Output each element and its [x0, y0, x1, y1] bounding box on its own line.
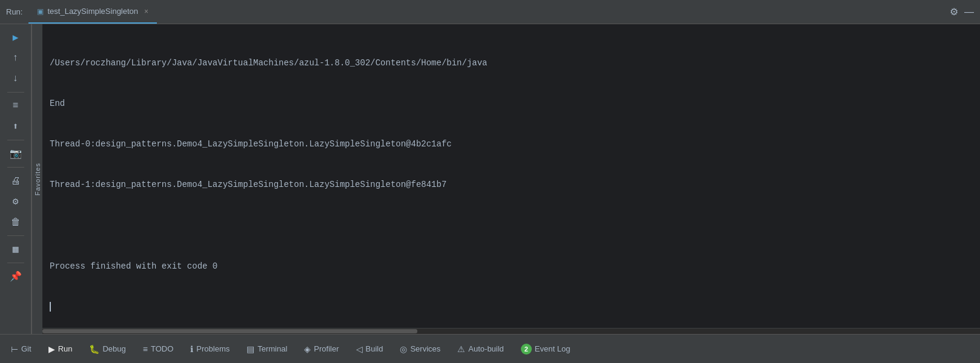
git-icon: ⊢	[11, 344, 18, 354]
debug-icon: 🐛	[89, 344, 99, 354]
tab-file-icon: ▣	[37, 7, 44, 16]
todo-label: TODO	[151, 344, 173, 353]
main-area: ▶ ↑ ↓ ≡ ⬆ 📷 🖨 ⚙ 🗑 ▦ 📌 Favorites /Users/r…	[0, 24, 980, 334]
favorites-label: Favorites	[34, 163, 41, 195]
toolbar-separator-4	[7, 235, 24, 236]
console-area[interactable]: /Users/roczhang/Library/Java/JavaVirtual…	[42, 24, 980, 334]
left-toolbar: ▶ ↑ ↓ ≡ ⬆ 📷 🖨 ⚙ 🗑 ▦ 📌	[0, 24, 31, 334]
services-button[interactable]: ◎ Services	[391, 341, 449, 358]
git-label: Git	[21, 344, 31, 353]
terminal-label: Terminal	[257, 344, 287, 353]
run-bottom-button[interactable]: ▶ Run	[40, 341, 81, 358]
toolbar-separator-1	[7, 92, 24, 93]
git-button[interactable]: ⊢ Git	[2, 341, 40, 358]
console-line-1: End	[50, 97, 973, 110]
problems-icon: ℹ	[190, 344, 193, 354]
console-line-4	[50, 218, 973, 232]
favorites-strip: Favorites	[31, 24, 42, 334]
services-icon: ◎	[400, 344, 407, 354]
toolbar-separator-2	[7, 140, 24, 140]
minimize-button[interactable]: —	[964, 7, 974, 18]
clear-button[interactable]: 🗑	[5, 212, 27, 232]
settings-button[interactable]: ⚙	[950, 6, 958, 18]
scroll-down-button[interactable]: ↓	[5, 69, 27, 88]
console-output: /Users/roczhang/Library/Java/JavaVirtual…	[42, 24, 980, 328]
run-toolbar: Run: ▣ test_LazySimpleSingleton × ⚙ —	[0, 0, 980, 24]
autobuild-icon: ⚠	[457, 344, 465, 354]
run-bottom-icon: ▶	[48, 344, 55, 354]
autobuild-label: Auto-build	[468, 344, 504, 353]
print-button[interactable]: 🖨	[5, 171, 27, 191]
debug-button[interactable]: 🐛 Debug	[81, 341, 134, 358]
console-line-0: /Users/roczhang/Library/Java/JavaVirtual…	[50, 56, 973, 70]
wrap-button[interactable]: ≡	[5, 96, 27, 116]
profiler-label: Profiler	[314, 344, 339, 353]
console-line-6	[50, 300, 973, 313]
tab-name: test_LazySimpleSingleton	[47, 7, 138, 16]
soft-wrap-button[interactable]: ⬆	[5, 117, 27, 136]
screenshot-button[interactable]: 📷	[5, 144, 27, 163]
cog-button[interactable]: ⚙	[5, 192, 27, 211]
event-log-button[interactable]: 2 Event Log	[512, 340, 579, 358]
run-bottom-label: Run	[58, 344, 73, 353]
services-label: Services	[410, 344, 440, 353]
scrollbar-thumb[interactable]	[42, 329, 417, 333]
build-icon: ◁	[356, 344, 363, 354]
scroll-up-button[interactable]: ↑	[5, 48, 27, 68]
problems-label: Problems	[196, 344, 230, 353]
console-scroll[interactable]: /Users/roczhang/Library/Java/JavaVirtual…	[42, 24, 980, 328]
todo-icon: ≡	[143, 344, 148, 354]
run-label: Run:	[0, 0, 28, 24]
bottom-bar: ⊢ Git ▶ Run 🐛 Debug ≡ TODO ℹ Problems ▤ …	[0, 334, 980, 363]
todo-button[interactable]: ≡ TODO	[134, 341, 182, 358]
top-bar-actions: ⚙ —	[944, 0, 980, 24]
autobuild-button[interactable]: ⚠ Auto-build	[449, 341, 512, 358]
tab-area: ▣ test_LazySimpleSingleton ×	[28, 0, 157, 24]
profiler-button[interactable]: ◈ Profiler	[296, 341, 347, 358]
problems-button[interactable]: ℹ Problems	[182, 341, 238, 358]
console-line-5: Process finished with exit code 0	[50, 260, 973, 273]
toolbar-separator-5	[7, 263, 24, 263]
terminal-button[interactable]: ▤ Terminal	[238, 341, 296, 358]
layout-button[interactable]: ▦	[5, 240, 27, 259]
tab-close-icon[interactable]: ×	[144, 7, 148, 16]
console-line-2: Thread-0:design_patterns.Demo4_LazySimpl…	[50, 137, 973, 151]
console-cursor	[50, 302, 51, 312]
profiler-icon: ◈	[304, 344, 311, 354]
event-log-label: Event Log	[535, 344, 571, 353]
build-label: Build	[366, 344, 383, 353]
build-button[interactable]: ◁ Build	[348, 341, 392, 358]
console-line-3: Thread-1:design_patterns.Demo4_LazySimpl…	[50, 178, 973, 191]
debug-label: Debug	[102, 344, 125, 353]
run-button[interactable]: ▶	[5, 28, 27, 47]
toolbar-separator-3	[7, 167, 24, 168]
terminal-icon: ▤	[247, 344, 254, 354]
horizontal-scrollbar[interactable]	[42, 328, 980, 334]
pin-button[interactable]: 📌	[5, 267, 27, 286]
tab-test-lazy[interactable]: ▣ test_LazySimpleSingleton ×	[28, 0, 157, 24]
event-log-badge: 2	[521, 344, 532, 355]
